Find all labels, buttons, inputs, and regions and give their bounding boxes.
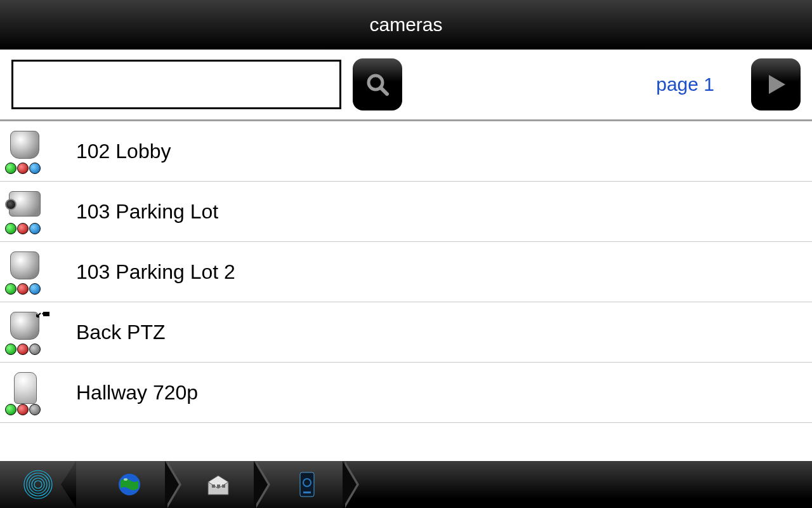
- globe-icon: [117, 472, 142, 497]
- camera-row[interactable]: 102 Lobby: [0, 121, 812, 182]
- svg-rect-15: [217, 485, 220, 488]
- svg-rect-19: [303, 491, 311, 493]
- page-title: cameras: [369, 14, 442, 36]
- svg-rect-16: [222, 485, 225, 488]
- camera-icon: [4, 130, 67, 173]
- nav-globe[interactable]: [76, 461, 165, 508]
- svg-marker-2: [769, 75, 785, 94]
- camera-icon: [4, 371, 67, 414]
- fingerprint-icon: [23, 469, 53, 500]
- svg-point-6: [32, 478, 44, 491]
- search-icon: [364, 71, 391, 98]
- header: cameras: [0, 0, 812, 50]
- svg-line-1: [381, 88, 387, 94]
- camera-icon: [4, 250, 67, 293]
- nav-back[interactable]: [0, 461, 76, 508]
- svg-point-5: [34, 481, 42, 488]
- svg-rect-14: [212, 485, 215, 488]
- svg-point-8: [27, 473, 49, 496]
- building-icon: [204, 472, 232, 497]
- device-icon: [298, 471, 317, 498]
- next-page-button[interactable]: [751, 58, 801, 110]
- camera-icon: [4, 190, 67, 233]
- camera-icon: [4, 311, 67, 354]
- toolbar: page 1: [0, 50, 812, 121]
- camera-row[interactable]: Hallway 720p: [0, 363, 812, 423]
- bottom-nav: [0, 461, 812, 508]
- svg-point-11: [124, 478, 128, 481]
- camera-name: 102 Lobby: [76, 140, 171, 163]
- svg-marker-4: [42, 312, 44, 316]
- play-icon: [763, 71, 789, 98]
- search-button[interactable]: [353, 58, 402, 110]
- camera-row[interactable]: Back PTZ: [0, 302, 812, 363]
- camera-name: 103 Parking Lot: [76, 200, 218, 224]
- camera-row[interactable]: 103 Parking Lot 2: [0, 242, 812, 302]
- camera-list: 102 Lobby103 Parking Lot103 Parking Lot …: [0, 121, 812, 461]
- svg-rect-3: [43, 312, 49, 316]
- search-input[interactable]: [11, 60, 341, 109]
- camera-name: Hallway 720p: [76, 381, 198, 404]
- camera-row[interactable]: 103 Parking Lot: [0, 182, 812, 242]
- camera-name: Back PTZ: [76, 321, 165, 344]
- camera-name: 103 Parking Lot 2: [76, 260, 235, 284]
- svg-point-9: [24, 471, 52, 498]
- page-indicator: page 1: [656, 74, 714, 95]
